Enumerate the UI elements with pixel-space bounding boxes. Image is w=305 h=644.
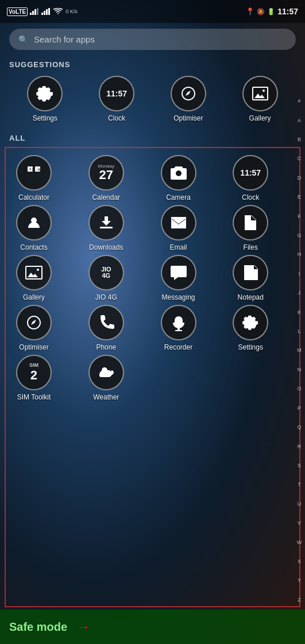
alpha-t[interactable]: T — [298, 482, 301, 487]
app-gallery[interactable]: Gallery — [8, 255, 60, 301]
alpha-h[interactable]: H — [298, 252, 302, 257]
messaging-app-icon — [161, 255, 196, 290]
suggestion-settings-label: Settings — [33, 114, 57, 122]
files-app-icon — [233, 205, 268, 240]
clock-label: Clock — [242, 193, 259, 201]
svg-rect-17 — [246, 274, 252, 276]
downloads-app-icon — [88, 205, 124, 240]
alpha-e[interactable]: E — [298, 195, 301, 200]
calendar-label: Calendar — [92, 193, 120, 201]
alpha-z[interactable]: Z — [298, 598, 301, 603]
alpha-s[interactable]: S — [298, 463, 301, 468]
simtoolkit-label: SIM Toolkit — [17, 393, 51, 401]
settings-label: Settings — [238, 343, 263, 351]
app-calendar[interactable]: Monday 27 Calendar — [80, 155, 132, 201]
settings-app-icon — [233, 305, 268, 340]
app-contacts[interactable]: Contacts — [8, 205, 60, 251]
app-phone[interactable]: Phone — [80, 305, 132, 351]
suggestion-gallery[interactable]: Gallery — [234, 76, 286, 122]
alpha-k[interactable]: K — [298, 310, 301, 315]
svg-rect-5 — [44, 11, 45, 15]
email-app-icon — [161, 205, 196, 240]
app-calculator[interactable]: +x -x Calculator — [8, 155, 60, 201]
notepad-app-icon — [233, 255, 268, 290]
app-jio4g[interactable]: JIO4G JIO 4G — [80, 255, 132, 301]
app-clock[interactable]: 11:57 Clock — [225, 155, 276, 201]
files-label: Files — [244, 243, 258, 251]
app-files[interactable]: Files — [225, 205, 276, 251]
svg-text:-x: -x — [36, 166, 41, 172]
alpha-w[interactable]: W — [297, 540, 302, 545]
suggestion-gallery-label: Gallery — [249, 114, 271, 122]
suggestion-clock[interactable]: 11:57 Clock — [91, 76, 142, 122]
mute-icon: 🔕 — [257, 8, 265, 15]
data-speed: 0 K/s — [65, 9, 78, 14]
alpha-o[interactable]: O — [297, 386, 301, 391]
alpha-p[interactable]: P — [298, 406, 301, 411]
svg-rect-6 — [46, 9, 48, 15]
alpha-y[interactable]: Y — [298, 578, 301, 583]
svg-text:+x: +x — [29, 166, 34, 172]
app-simtoolkit[interactable]: SIM 2 SIM Toolkit — [8, 355, 60, 401]
signal-icon — [30, 8, 39, 15]
alpha-b[interactable]: B — [298, 137, 301, 142]
svg-rect-20 — [175, 330, 182, 331]
search-bar[interactable]: 🔍 Search for apps — [9, 29, 296, 50]
alpha-a[interactable]: A — [298, 118, 301, 123]
svg-rect-19 — [177, 328, 180, 330]
alpha-u[interactable]: U — [298, 502, 302, 507]
alpha-j[interactable]: J — [298, 290, 301, 296]
svg-rect-14 — [100, 227, 113, 228]
app-settings[interactable]: Settings — [225, 305, 276, 351]
app-camera[interactable]: Camera — [153, 155, 204, 201]
svg-rect-7 — [48, 8, 50, 15]
gallery-app-icon — [16, 255, 52, 290]
suggestion-clock-label: Clock — [108, 114, 125, 122]
calculator-label: Calculator — [18, 193, 49, 201]
jio4g-app-icon: JIO4G — [88, 255, 124, 290]
gallery-icon-suggestion — [242, 76, 278, 111]
svg-rect-3 — [37, 8, 38, 15]
app-notepad[interactable]: Notepad — [225, 255, 276, 301]
svg-rect-1 — [32, 11, 34, 15]
app-messaging[interactable]: Messaging — [153, 255, 204, 301]
optimiser-icon-suggestion — [171, 76, 206, 111]
weather-label: Weather — [93, 393, 119, 401]
alpha-g[interactable]: G — [297, 233, 301, 238]
search-placeholder: Search for apps — [34, 34, 95, 44]
settings-icon — [27, 76, 63, 111]
svg-rect-0 — [30, 13, 32, 15]
phone-label: Phone — [96, 343, 116, 351]
alpha-r[interactable]: R — [298, 444, 302, 449]
app-recorder[interactable]: Recorder — [153, 305, 204, 351]
alpha-hash[interactable]: # — [298, 99, 300, 104]
alpha-i[interactable]: I — [299, 271, 300, 277]
alpha-x[interactable]: X — [298, 559, 301, 564]
alpha-q[interactable]: Q — [297, 425, 301, 430]
status-bar: VoLTE 0 K/s 📍 🔕 — [0, 0, 305, 23]
email-label: Email — [169, 243, 187, 251]
suggestion-optimiser-label: Optimiser — [173, 114, 203, 122]
alpha-index[interactable]: # A B C D E F G H I J K L M N O P Q R S … — [294, 92, 305, 610]
contacts-label: Contacts — [20, 243, 47, 251]
arrow-icon: → — [76, 619, 90, 635]
app-optimiser[interactable]: Optimiser — [8, 305, 60, 351]
app-email[interactable]: Email — [153, 205, 204, 251]
svg-point-15 — [37, 269, 39, 271]
safe-mode-text: Safe mode — [9, 620, 67, 634]
app-downloads[interactable]: Downloads — [80, 205, 132, 251]
alpha-m[interactable]: M — [297, 348, 302, 353]
alpha-d[interactable]: D — [298, 176, 302, 181]
svg-point-8 — [262, 90, 265, 92]
alpha-f[interactable]: F — [298, 214, 301, 219]
contacts-app-icon — [16, 205, 52, 240]
alpha-c[interactable]: C — [298, 156, 302, 161]
app-weather[interactable]: Weather — [80, 355, 132, 401]
alpha-v[interactable]: V — [298, 521, 301, 526]
suggestion-settings[interactable]: Settings — [19, 76, 71, 122]
svg-rect-16 — [246, 272, 254, 273]
all-apps-label: ALL — [0, 129, 305, 145]
alpha-l[interactable]: L — [298, 329, 300, 334]
alpha-n[interactable]: N — [298, 367, 302, 373]
suggestion-optimiser[interactable]: Optimiser — [163, 76, 214, 122]
